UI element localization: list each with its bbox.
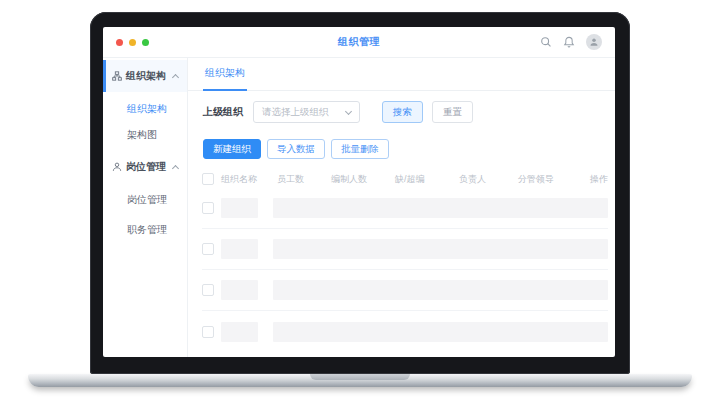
tab-org-structure[interactable]: 组织架构 [203, 66, 247, 91]
row-checkbox[interactable] [202, 243, 214, 255]
sidebar-item-org-structure[interactable]: 组织架构 [103, 96, 187, 122]
select-placeholder: 请选择上级组织 [262, 106, 329, 119]
sidebar-group-position-mgmt[interactable]: 岗位管理 [103, 151, 187, 183]
laptop-base [28, 374, 692, 387]
select-all-checkbox[interactable] [202, 173, 214, 185]
skeleton-cell [221, 239, 258, 259]
column-manager: 负责人 [459, 173, 518, 186]
search-button[interactable]: 搜索 [382, 101, 423, 123]
chevron-up-icon [172, 73, 179, 80]
column-employee-count: 员工数 [277, 173, 331, 186]
column-org-name: 组织名称 [221, 173, 277, 186]
org-table: 组织名称 员工数 编制人数 缺/超编 负责人 分管领导 操作 [188, 170, 615, 352]
column-under-over: 缺/超编 [395, 173, 459, 186]
reset-button[interactable]: 重置 [432, 101, 473, 123]
minimize-window-button[interactable] [129, 39, 136, 46]
header-actions [540, 34, 602, 50]
import-data-button[interactable]: 导入数据 [267, 139, 325, 159]
sidebar-item-architecture-chart[interactable]: 架构图 [103, 122, 187, 148]
position-icon [112, 162, 122, 172]
batch-delete-button[interactable]: 批量删除 [331, 139, 389, 159]
skeleton-cell [221, 322, 258, 342]
sidebar-item-job-mgmt[interactable]: 职务管理 [103, 217, 187, 243]
table-header: 组织名称 员工数 编制人数 缺/超编 负责人 分管领导 操作 [202, 170, 608, 188]
bell-icon[interactable] [563, 36, 575, 48]
chevron-up-icon [172, 164, 179, 171]
tab-bar: 组织架构 [188, 58, 615, 91]
sidebar-group-org-structure[interactable]: 组织架构 [103, 60, 187, 92]
laptop-mockup: 组织管理 [0, 0, 720, 405]
person-icon [589, 37, 599, 47]
table-row [202, 311, 608, 352]
skeleton-bar [273, 239, 608, 259]
laptop-bezel: 组织管理 [90, 12, 630, 374]
row-checkbox[interactable] [202, 202, 214, 214]
sidebar: 组织架构 组织架构 架构图 岗位管理 岗位管理 职务管理 [103, 58, 188, 357]
filter-row: 上级组织 请选择上级组织 搜索 重置 [203, 101, 600, 123]
skeleton-cell [221, 280, 258, 300]
app-window: 组织管理 [103, 27, 615, 357]
table-row [202, 270, 608, 311]
parent-org-label: 上级组织 [203, 105, 243, 119]
search-icon[interactable] [540, 36, 552, 48]
row-checkbox[interactable] [202, 326, 214, 338]
parent-org-select[interactable]: 请选择上级组织 [253, 101, 360, 123]
traffic-lights [116, 39, 149, 46]
sidebar-group-label: 岗位管理 [126, 160, 166, 174]
column-operations: 操作 [588, 173, 608, 186]
sidebar-group-label: 组织架构 [126, 69, 166, 83]
zoom-window-button[interactable] [142, 39, 149, 46]
table-row [202, 188, 608, 229]
main-content: 组织架构 上级组织 请选择上级组织 搜索 重置 新建组织 导入数据 [188, 58, 615, 357]
skeleton-bar [273, 198, 608, 218]
action-buttons: 新建组织 导入数据 批量删除 [203, 139, 600, 159]
skeleton-bar [273, 322, 608, 342]
sitemap-icon [112, 71, 122, 81]
skeleton-cell [221, 198, 258, 218]
table-row [202, 229, 608, 270]
create-org-button[interactable]: 新建组织 [203, 139, 261, 159]
close-window-button[interactable] [116, 39, 123, 46]
column-leader: 分管领导 [518, 173, 588, 186]
user-avatar[interactable] [586, 34, 602, 50]
window-header: 组织管理 [103, 27, 615, 58]
laptop-notch [310, 374, 410, 380]
page-title: 组织管理 [103, 35, 615, 49]
row-checkbox[interactable] [202, 284, 214, 296]
column-headcount: 编制人数 [331, 173, 395, 186]
chevron-down-icon [345, 107, 352, 114]
skeleton-bar [273, 280, 608, 300]
sidebar-item-position-mgmt[interactable]: 岗位管理 [103, 187, 187, 213]
